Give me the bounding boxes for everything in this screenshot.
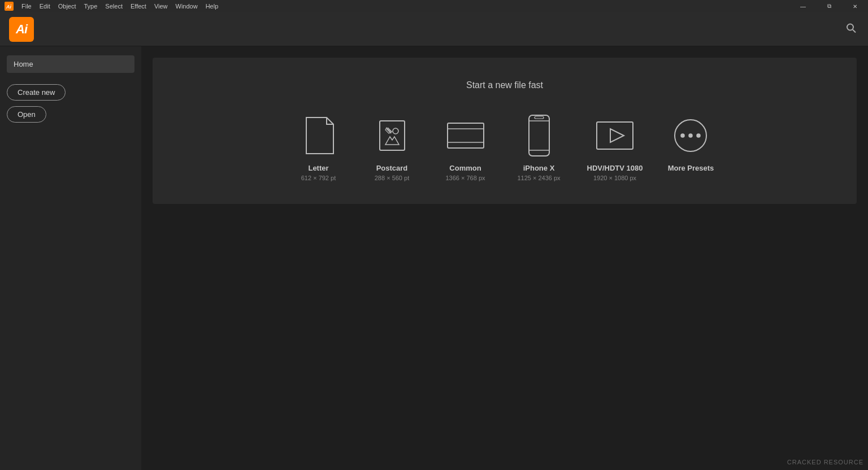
maximize-button[interactable]: ⧉ [816, 0, 842, 12]
preset-postcard-dims: 288 × 560 pt [375, 175, 409, 181]
content-area: Start a new file fast Letter 612 × 792 p… [141, 46, 868, 470]
sidebar-buttons: Create new Open [7, 84, 134, 123]
svg-line-3 [853, 29, 856, 32]
svg-marker-14 [610, 129, 624, 142]
svg-point-5 [393, 128, 398, 134]
svg-rect-9 [529, 115, 549, 156]
minimize-button[interactable]: — [790, 0, 816, 12]
app-logo: Ai [9, 17, 34, 42]
titlebar: Ai File Edit Object Type Select Effect V… [0, 0, 868, 12]
menu-help[interactable]: Help [202, 2, 222, 11]
presets-row: Letter 612 × 792 pt [293, 113, 717, 181]
preset-postcard[interactable]: Postcard 288 × 560 pt [367, 113, 418, 181]
letter-icon [296, 113, 341, 158]
more-presets-icon [668, 113, 713, 158]
start-title: Start a new file fast [466, 80, 543, 90]
search-icon[interactable] [845, 22, 857, 36]
svg-rect-12 [535, 116, 544, 119]
preset-common-dims: 1366 × 768 px [445, 175, 485, 181]
preset-hdtv-name: HDV/HDTV 1080 [587, 164, 643, 172]
preset-hdtv[interactable]: HDV/HDTV 1080 1920 × 1080 px [587, 113, 643, 181]
preset-letter[interactable]: Letter 612 × 792 pt [293, 113, 344, 181]
svg-point-16 [681, 134, 684, 137]
start-panel: Start a new file fast Letter 612 × 792 p… [153, 58, 857, 204]
menu-edit[interactable]: Edit [36, 2, 54, 11]
menu-effect[interactable]: Effect [127, 2, 150, 11]
sidebar: Home Create new Open [0, 46, 141, 470]
hdtv-icon [592, 113, 637, 158]
create-new-button[interactable]: Create new [7, 84, 66, 101]
postcard-icon [370, 113, 415, 158]
iphone-icon [517, 113, 562, 158]
preset-letter-dims: 612 × 792 pt [301, 175, 336, 181]
menu-select[interactable]: Select [102, 2, 126, 11]
preset-more-name: More Presets [668, 164, 714, 172]
menu-file[interactable]: File [18, 2, 35, 11]
watermark: CRACKED RESOURCE [787, 459, 863, 465]
svg-rect-13 [597, 122, 633, 149]
menu-bar: File Edit Object Type Select Effect View… [18, 2, 222, 11]
menu-type[interactable]: Type [81, 2, 101, 11]
preset-iphone-name: iPhone X [523, 164, 555, 172]
main-layout: Home Create new Open Start a new file fa… [0, 46, 868, 470]
common-icon [443, 113, 488, 158]
preset-common[interactable]: Common 1366 × 768 px [440, 113, 491, 181]
menu-object[interactable]: Object [55, 2, 80, 11]
preset-postcard-name: Postcard [376, 164, 408, 172]
app-icon-small: Ai [5, 2, 14, 11]
close-button[interactable]: ✕ [842, 0, 868, 12]
preset-iphone[interactable]: iPhone X 1125 × 2436 px [514, 113, 565, 181]
svg-rect-6 [448, 123, 484, 148]
menu-view[interactable]: View [151, 2, 171, 11]
app-header: Ai [0, 12, 868, 46]
svg-rect-4 [380, 121, 405, 150]
menu-window[interactable]: Window [172, 2, 201, 11]
preset-iphone-dims: 1125 × 2436 px [517, 175, 560, 181]
window-controls: — ⧉ ✕ [790, 0, 868, 12]
preset-more[interactable]: More Presets [665, 113, 716, 175]
preset-common-name: Common [449, 164, 481, 172]
svg-point-18 [697, 134, 700, 137]
preset-hdtv-dims: 1920 × 1080 px [593, 175, 636, 181]
svg-point-17 [689, 134, 692, 137]
svg-text:Ai: Ai [6, 4, 11, 10]
sidebar-item-home[interactable]: Home [7, 55, 134, 73]
open-button[interactable]: Open [7, 106, 46, 123]
preset-letter-name: Letter [308, 164, 328, 172]
svg-point-2 [847, 24, 853, 30]
